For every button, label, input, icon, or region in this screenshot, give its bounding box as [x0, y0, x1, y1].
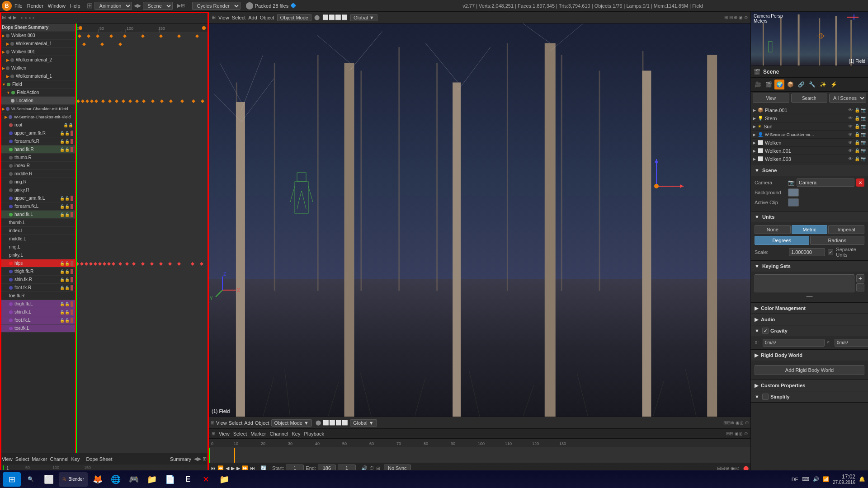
taskbar-volume-icon[interactable]: 🔊	[813, 476, 819, 482]
simplify-checkbox[interactable]	[762, 394, 769, 400]
coord-system-selector[interactable]: Global ▼	[350, 14, 377, 21]
taskbar-folder-btn[interactable]: 📁	[144, 471, 160, 488]
scene-obj-stern[interactable]: ▶ 💡 Stern 👁 🔒 📷	[751, 114, 868, 122]
metric-units-btn[interactable]: Metric	[792, 225, 828, 234]
camera-value[interactable]: Camera	[797, 178, 854, 187]
taskbar-datetime[interactable]: 17:02 27.09.2016	[833, 474, 855, 485]
restrict-wseminar-icon[interactable]: 🔒	[854, 132, 860, 137]
channel-middle-r[interactable]: middle.R	[0, 170, 75, 178]
viewport-expand-icon[interactable]: ⊞	[212, 14, 216, 20]
visibility-sun-icon[interactable]: 👁	[848, 124, 853, 129]
scene-obj-wolken003[interactable]: ▶ ⬜ Wolken.003 👁 🔒 📷	[751, 155, 868, 163]
units-section-header[interactable]: ▼ Units	[751, 211, 868, 222]
channel-toe-r[interactable]: toe.fk.R	[0, 292, 75, 300]
radians-btn[interactable]: Radians	[810, 236, 865, 245]
workspace-selector[interactable]: Animation	[94, 2, 132, 10]
tl-select-btn[interactable]: Select	[233, 431, 247, 436]
channel-pinky-r[interactable]: pinky.R	[0, 186, 75, 194]
custom-props-header[interactable]: ▶ Custom Properties	[751, 380, 868, 391]
degrees-btn[interactable]: Degrees	[755, 236, 809, 245]
nav-right-icon[interactable]: ▶	[13, 15, 17, 20]
scene-obj-wseminar[interactable]: ▶ 👤 W-Seminar-Charakter-mit-Kleidu 👁 🔒 📷	[751, 131, 868, 139]
blender-logo[interactable]: B	[2, 1, 12, 11]
channel-wolken003[interactable]: ▶ Wolken.003	[0, 32, 75, 40]
vp-tb-object[interactable]: Object	[255, 420, 269, 426]
vp-tb-select[interactable]: Select	[229, 420, 243, 426]
channel-thumb-l[interactable]: thumb.L	[0, 219, 75, 227]
tab-physics-icon[interactable]: ⚡	[829, 80, 839, 89]
scale-input[interactable]: 1.000000	[789, 248, 825, 256]
visibility-wolken001-icon[interactable]: 👁	[848, 148, 853, 153]
restrict-stern-icon[interactable]: 🔒	[854, 116, 860, 121]
channel-shin-l[interactable]: shin.fk.L 🔒🔒	[0, 308, 75, 316]
camera-clear-btn[interactable]: ✕	[856, 178, 864, 187]
restrict-wolken001-icon[interactable]: 🔒	[854, 148, 860, 153]
all-scenes-dropdown[interactable]: All Scenes	[829, 94, 866, 103]
taskbar-steam-btn[interactable]: 🎮	[126, 471, 142, 488]
separate-units-checkbox[interactable]	[828, 249, 833, 255]
tl-marker-btn[interactable]: Marker	[250, 431, 266, 436]
scene-obj-wolken001[interactable]: ▶ ⬜ Wolken.001 👁 🔒 📷	[751, 147, 868, 155]
channel-index-l[interactable]: index.L	[0, 227, 75, 235]
gravity-header[interactable]: ▼ Gravity	[751, 325, 868, 336]
channel-fieldaction[interactable]: ▼ FieldAction	[0, 89, 75, 97]
visibility-wolken003-icon[interactable]: 👁	[848, 156, 853, 161]
vp-tb-add[interactable]: Add	[244, 420, 253, 426]
channel-shin-r[interactable]: shin.fk.R 🔒🔒	[0, 276, 75, 284]
tl-key-btn[interactable]: Key	[292, 431, 300, 436]
simplify-header[interactable]: ▼ Simplify	[751, 391, 868, 402]
taskbar-keyboard-icon[interactable]: ⌨	[802, 476, 809, 482]
footer-marker-btn[interactable]: Marker	[32, 456, 47, 462]
taskbar-blender-item[interactable]: B Blender	[59, 472, 88, 487]
channel-wseminar[interactable]: ▶ W-Seminar-Charakter-mit-Kleid	[0, 105, 75, 113]
footer-select-btn[interactable]: Select	[15, 456, 29, 462]
footer-key-btn[interactable]: Key	[71, 456, 80, 462]
keying-sets-header[interactable]: ▼ Keying Sets	[751, 261, 868, 272]
vp-shading-dot[interactable]: ⬤	[316, 420, 321, 426]
scene-section-header[interactable]: ▼ Scene	[751, 165, 868, 176]
viewport-tb-expand[interactable]: ⊞	[211, 420, 214, 425]
start-button[interactable]: ⊞	[3, 472, 21, 487]
render-plane-icon[interactable]: 📷	[861, 108, 866, 113]
channel-hand-l[interactable]: hand.fk.L 🔒🔒	[0, 211, 75, 219]
add-rigid-body-world-btn[interactable]: Add Rigid Body World	[755, 365, 864, 375]
viewport-object-btn[interactable]: Object	[260, 15, 274, 20]
tab-render-icon[interactable]: 🎥	[753, 80, 763, 89]
engine-selector[interactable]: Cycles Render	[192, 2, 241, 10]
taskbar-explorer-btn[interactable]: 📁	[216, 471, 232, 488]
search-button[interactable]: Search	[791, 94, 828, 103]
channel-upper-arm-r[interactable]: upper_arm.fk.R 🔒🔒	[0, 129, 75, 137]
help-menu[interactable]: Help	[70, 3, 80, 9]
vp-global-btn[interactable]: Global ▼	[350, 419, 377, 427]
render-menu[interactable]: Render	[27, 3, 43, 9]
channel-pinky-l[interactable]: pinky.L	[0, 251, 75, 259]
channel-wolkenmaterial2[interactable]: ▶ Wolkenmaterial_2	[0, 56, 75, 64]
scene-obj-sun[interactable]: ▶ ☀ Sun 👁 🔒 📷	[751, 122, 868, 131]
view-button[interactable]: View	[753, 94, 789, 103]
rigid-body-world-header[interactable]: ▶ Rigid Body World	[751, 350, 868, 361]
channel-forearm-r[interactable]: forearm.fk.R 🔒🔒	[0, 137, 75, 145]
viewport-3d[interactable]: Camera Persp Meters	[209, 23, 750, 417]
visibility-stern-icon[interactable]: 👁	[848, 116, 853, 121]
tl-channel-btn[interactable]: Channel	[269, 431, 288, 436]
channel-ring-l[interactable]: ring.L	[0, 243, 75, 251]
vp-object-mode-btn[interactable]: Object Mode ▼	[271, 419, 312, 427]
channel-hips[interactable]: hips 🔒🔒	[0, 259, 75, 267]
footer-summary[interactable]: Summary	[170, 456, 191, 462]
channel-foot-r[interactable]: foot.fk.R 🔒🔒	[0, 284, 75, 292]
render-wolken003-icon[interactable]: 📷	[861, 156, 866, 161]
tl-playback-btn[interactable]: Playback	[304, 431, 324, 436]
channel-wolken[interactable]: ▶ Wolken	[0, 64, 75, 72]
channel-wolkenmaterial1b[interactable]: ▶ Wolkenmaterial_1	[0, 72, 75, 80]
dopesheet-expand-icon[interactable]: ⊞	[2, 14, 6, 20]
gravity-x-input[interactable]: 0m/s²	[763, 339, 825, 347]
channel-wolkenmaterial1[interactable]: ▶ Wolkenmaterial_1	[0, 40, 75, 48]
channel-index-r[interactable]: index.R	[0, 162, 75, 170]
channel-middle-l[interactable]: middle.L	[0, 235, 75, 243]
viewport-select-btn[interactable]: Select	[232, 15, 246, 20]
restrict-wolken003-icon[interactable]: 🔒	[854, 156, 860, 161]
footer-view-btn[interactable]: View	[2, 456, 13, 462]
gravity-checkbox[interactable]	[762, 328, 769, 334]
visibility-wseminar-icon[interactable]: 👁	[848, 132, 853, 137]
tab-constraints-icon[interactable]: 🔗	[796, 80, 806, 89]
